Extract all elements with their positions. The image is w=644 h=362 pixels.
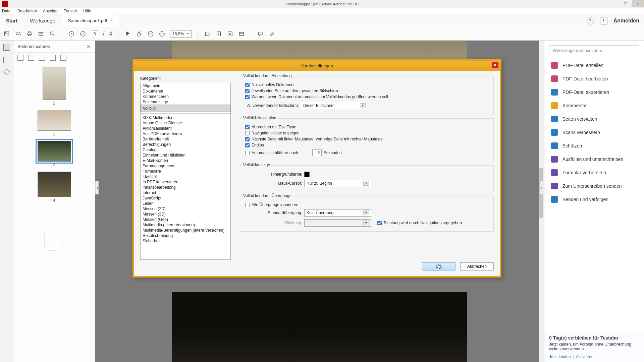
default-transition-select[interactable]: Kein Übergang▼ bbox=[304, 209, 371, 217]
category-item[interactable]: Messen (Geo) bbox=[141, 217, 230, 222]
attachments-tab-icon[interactable] bbox=[3, 68, 10, 75]
category-item[interactable]: Rechtschreibung bbox=[141, 233, 230, 238]
category-item[interactable]: Seitenanzeige bbox=[141, 99, 230, 105]
page-up-icon[interactable] bbox=[68, 31, 75, 37]
cb-mouse-nav[interactable]: Nächste Seite mit linker Maustaste; vorh… bbox=[245, 137, 383, 141]
thumb-rotate-icon[interactable] bbox=[39, 55, 45, 61]
category-item[interactable]: Inhaltsbearbeitung bbox=[141, 185, 230, 190]
categories-list[interactable]: AllgemeinDokumenteKommentierenSeitenanze… bbox=[140, 83, 231, 260]
cb-esc-exit[interactable]: Abbrechen mit Esc-Taste bbox=[245, 125, 296, 129]
menu-help[interactable]: Hilfe bbox=[83, 9, 91, 13]
highlight-icon[interactable] bbox=[269, 31, 275, 37]
monitor-select[interactable]: Dieser Bildschirm▼ bbox=[301, 102, 368, 109]
search-icon[interactable] bbox=[49, 31, 56, 37]
thumbnail-page-4[interactable]: 4 bbox=[38, 172, 71, 202]
cb-one-page[interactable]: Jeweils eine Seite auf dem gesamten Bild… bbox=[245, 88, 338, 93]
cb-only-current[interactable]: Nur aktuelles Dokument bbox=[245, 82, 294, 87]
category-item[interactable]: E-Mail-Konten bbox=[141, 158, 230, 163]
collapse-left-handle[interactable]: ◂ bbox=[95, 181, 99, 194]
category-item[interactable]: Einheiten und Hilfslinien bbox=[141, 153, 230, 158]
thumbnails-close-icon[interactable]: ✕ bbox=[87, 44, 91, 50]
help-icon[interactable]: ? bbox=[587, 17, 594, 24]
category-item[interactable]: Formulare bbox=[141, 169, 230, 174]
category-item[interactable]: Adobe Online-Dienste bbox=[141, 120, 230, 126]
zoom-out-icon[interactable] bbox=[147, 31, 154, 37]
category-item[interactable]: Aus PDF konvertieren bbox=[141, 131, 230, 136]
dialog-titlebar[interactable]: Voreinstellungen ✕ bbox=[134, 61, 500, 71]
close-button[interactable]: ✕ bbox=[632, 0, 644, 7]
save-icon[interactable] bbox=[3, 31, 10, 37]
read-mode-icon[interactable] bbox=[238, 31, 245, 37]
tab-start[interactable]: Start bbox=[0, 14, 24, 27]
tool-item[interactable]: Senden und verfolgen bbox=[544, 193, 644, 206]
category-item[interactable]: JavaScript bbox=[141, 195, 230, 201]
bg-color-picker[interactable] bbox=[304, 172, 310, 177]
menu-window[interactable]: Fenster bbox=[63, 9, 77, 13]
zoom-select[interactable]: 15,5%▼ bbox=[170, 30, 192, 38]
category-item[interactable]: Kommentieren bbox=[141, 94, 230, 99]
tab-close-icon[interactable]: × bbox=[110, 18, 113, 23]
cb-direction-by-nav[interactable]: Richtung wird durch Navigation vorgegebe… bbox=[377, 221, 462, 225]
category-item[interactable]: Catalog bbox=[141, 147, 230, 153]
tool-item[interactable]: PDF-Datei exportieren bbox=[544, 85, 644, 99]
select-tool-icon[interactable] bbox=[124, 31, 131, 37]
thumb-delete-icon[interactable] bbox=[28, 55, 34, 61]
tool-item[interactable]: Ausfüllen und unterschreiben bbox=[544, 153, 644, 166]
cb-loop[interactable]: Endlos bbox=[245, 143, 264, 147]
cancel-button[interactable]: Abbrechen bbox=[460, 262, 494, 270]
category-item[interactable]: Vollbild bbox=[141, 105, 230, 112]
category-item[interactable]: Internet bbox=[141, 190, 230, 195]
comment-icon[interactable] bbox=[257, 31, 264, 37]
tool-item[interactable]: Seiten verwalten bbox=[544, 112, 644, 126]
category-item[interactable]: Lesen bbox=[141, 201, 230, 206]
tab-document[interactable]: Sammelmappe1.pdf × bbox=[62, 14, 119, 27]
category-item[interactable]: Aktionsassistent bbox=[141, 126, 230, 131]
vertical-scrollbar[interactable] bbox=[539, 41, 544, 362]
cb-warn-fullscreen[interactable]: Warnen, wenn Dokument automatisch im Vol… bbox=[245, 95, 388, 99]
tool-item[interactable]: Formular vorbereiten bbox=[544, 166, 644, 179]
menu-file[interactable]: Datei bbox=[2, 9, 11, 13]
fit-visible-icon[interactable] bbox=[227, 31, 233, 37]
category-item[interactable]: Barrierefreiheit bbox=[141, 136, 230, 142]
category-item[interactable]: Berechtigungen bbox=[141, 142, 230, 147]
page-number-input[interactable] bbox=[91, 31, 98, 37]
thumb-options-icon[interactable] bbox=[17, 55, 23, 61]
tool-item[interactable]: Schützen bbox=[544, 139, 644, 153]
category-item[interactable]: Allgemein bbox=[141, 83, 230, 88]
tab-tools[interactable]: Werkzeuge bbox=[24, 14, 62, 27]
tools-search-input[interactable]: Werkzeuge durchsuchen... bbox=[549, 45, 639, 55]
tool-item[interactable]: PDF-Datei bearbeiten bbox=[544, 72, 644, 85]
print-icon[interactable] bbox=[26, 31, 33, 37]
hand-tool-icon[interactable] bbox=[136, 31, 143, 37]
ok-button[interactable]: OK bbox=[422, 262, 455, 270]
thumb-undo-icon[interactable] bbox=[50, 55, 56, 61]
page-down-icon[interactable] bbox=[79, 31, 86, 37]
collapse-right-handle[interactable]: ▸ bbox=[540, 181, 543, 194]
category-item[interactable]: Multimedia-Berechtigungen (ältere Versio… bbox=[141, 228, 230, 233]
tool-item[interactable]: Kommentar bbox=[544, 99, 644, 112]
category-item[interactable]: Multimedia (ältere Versionen) bbox=[141, 222, 230, 228]
mail-icon[interactable] bbox=[38, 31, 44, 37]
fit-width-icon[interactable] bbox=[204, 31, 211, 37]
category-item[interactable]: Dokumente bbox=[141, 88, 230, 94]
thumbnail-page-3[interactable]: 3 bbox=[38, 141, 71, 167]
notifications-icon[interactable]: ! bbox=[600, 17, 607, 24]
cb-ignore-transitions[interactable]: Alle Übergänge ignorieren bbox=[245, 202, 298, 207]
menu-edit[interactable]: Bearbeiten bbox=[17, 9, 37, 13]
thumb-redo-icon[interactable] bbox=[60, 55, 66, 61]
maximize-button[interactable]: ☐ bbox=[620, 0, 632, 7]
trial-activate-link[interactable]: Aktivieren bbox=[576, 355, 594, 359]
sign-in-link[interactable]: Anmelden bbox=[613, 18, 639, 24]
trial-buy-link[interactable]: Jetzt kaufen bbox=[549, 355, 571, 359]
category-item[interactable]: In PDF konvertieren bbox=[141, 179, 230, 185]
auto-advance-seconds-input[interactable] bbox=[312, 149, 322, 156]
category-item[interactable]: 3D & Multimedia bbox=[141, 115, 230, 120]
bookmarks-tab-icon[interactable] bbox=[3, 57, 10, 63]
cloud-icon[interactable] bbox=[15, 31, 21, 37]
minimize-button[interactable]: — bbox=[608, 0, 620, 7]
tool-item[interactable]: PDF-Datei erstellen bbox=[544, 59, 644, 72]
category-item[interactable]: Messen (3D) bbox=[141, 212, 230, 217]
menu-view[interactable]: Anzeige bbox=[43, 9, 57, 13]
cb-auto-advance[interactable]: Automatisch blättern nach bbox=[245, 150, 298, 155]
cb-show-navbar[interactable]: Navigationsleiste anzeigen bbox=[245, 131, 300, 135]
